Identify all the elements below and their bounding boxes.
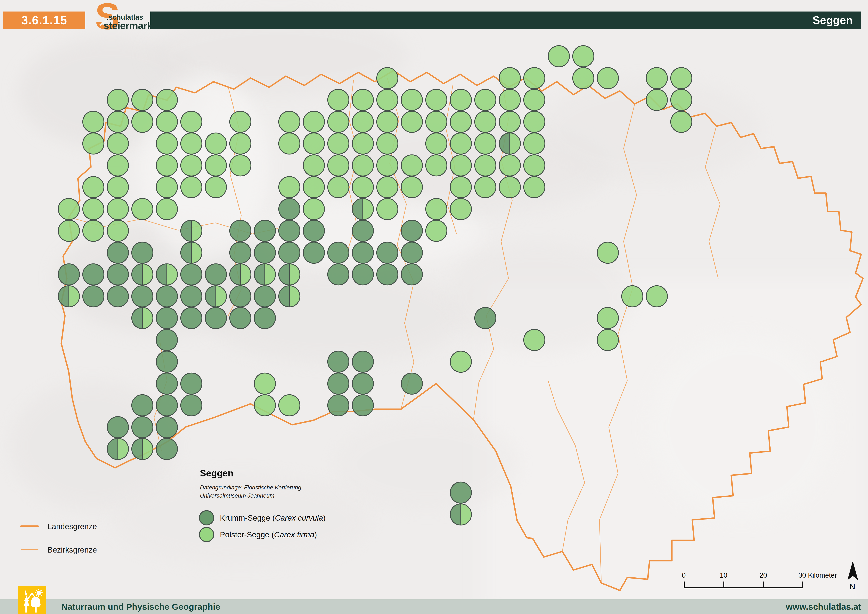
map-circle-polster-segge: [499, 155, 521, 176]
map-circle-polster-segge: [303, 111, 324, 132]
map-circle-polster-segge: [377, 89, 398, 110]
map-circle-krumm-segge: [377, 264, 398, 285]
map-circle-krumm-segge: [156, 395, 177, 416]
map-circle-krumm-segge: [352, 264, 374, 285]
map-circle-krumm-segge: [156, 373, 177, 394]
map-circle-polster-segge: [450, 89, 471, 110]
map-circle-krumm-segge: [352, 373, 374, 394]
map-circle-polster-segge: [132, 89, 153, 110]
map-circle-both-species: [156, 264, 177, 285]
map-circle-polster-segge: [279, 177, 300, 198]
map-circle-polster-segge: [156, 111, 177, 132]
map-circle-polster-segge: [377, 111, 398, 132]
map-circle-krumm-segge: [254, 242, 276, 263]
map-circle-polster-segge: [524, 133, 545, 154]
map-circle-polster-segge: [524, 177, 545, 198]
map-circle-both-species: [181, 242, 202, 263]
krumm-label-post: ): [323, 513, 326, 522]
landesgrenze-legend-line: [20, 525, 39, 527]
sheet-number-badge: 3.6.1.15: [3, 11, 85, 29]
map-circle-polster-segge: [597, 330, 618, 351]
map-circle-polster-segge: [377, 68, 398, 89]
nature-logo-icon: [18, 586, 46, 614]
map-circle-both-species: [181, 220, 202, 241]
map-circle-polster-segge: [450, 199, 471, 220]
map-circle-polster-segge: [181, 133, 202, 154]
map-circle-krumm-segge: [230, 286, 251, 307]
map-circle-polster-segge: [597, 242, 618, 263]
logo-text-steiermark: steiermark: [104, 20, 152, 31]
map-circle-polster-segge: [450, 351, 471, 372]
map-circle-krumm-segge: [132, 286, 153, 307]
map-circle-polster-segge: [279, 111, 300, 132]
map-circle-polster-segge: [230, 133, 251, 154]
map-circle-krumm-segge: [401, 373, 422, 394]
footer-section-title: Naturraum und Physische Geographie: [61, 602, 220, 612]
map-circle-polster-segge: [279, 133, 300, 154]
map-circle-polster-segge: [450, 177, 471, 198]
map-circle-both-species: [132, 438, 153, 460]
map-circle-krumm-segge: [132, 242, 153, 263]
map-circle-krumm-segge: [254, 308, 276, 329]
map-circle-polster-segge: [352, 133, 374, 154]
header-bar: [150, 11, 861, 29]
polster-segge-legend-label: Polster-Segge (Carex firma): [220, 530, 317, 539]
map-circle-krumm-segge: [328, 373, 349, 394]
map-circle-krumm-segge: [352, 242, 374, 263]
north-arrow-label: N: [849, 582, 855, 591]
map-circle-polster-segge: [83, 133, 104, 154]
map-circle-polster-segge: [524, 330, 545, 351]
map-circle-polster-segge: [377, 133, 398, 154]
map-circle-krumm-segge: [401, 242, 422, 263]
map-circle-polster-segge: [646, 68, 667, 89]
map-circle-krumm-segge: [107, 417, 129, 438]
map-circle-krumm-segge: [156, 308, 177, 329]
map-circle-polster-segge: [107, 111, 129, 132]
map-legend-source-line1: Datengrundlage: Floristische Kartierung,: [200, 484, 303, 491]
map-circle-polster-segge: [107, 199, 129, 220]
map-circle-polster-segge: [352, 155, 374, 176]
map-circle-polster-segge: [499, 111, 521, 132]
map-circle-polster-segge: [671, 68, 692, 89]
map-circle-both-species: [254, 264, 276, 285]
map-circle-both-species: [132, 264, 153, 285]
map-circle-polster-segge: [303, 133, 324, 154]
map-circle-polster-segge: [107, 89, 129, 110]
map-circle-krumm-segge: [181, 308, 202, 329]
map-circle-krumm-segge: [352, 220, 374, 241]
map-circle-krumm-segge: [205, 308, 226, 329]
map-circle-krumm-segge: [450, 482, 471, 503]
map-circle-krumm-segge: [230, 220, 251, 241]
map-circle-krumm-segge: [328, 242, 349, 263]
map-circle-polster-segge: [205, 177, 226, 198]
map-circle-polster-segge: [254, 395, 276, 416]
scalebar-label-10: 10: [720, 572, 727, 579]
map-circle-krumm-segge: [328, 264, 349, 285]
map-circle-polster-segge: [156, 89, 177, 110]
scalebar-tick-0: [684, 581, 685, 588]
scalebar-line: [684, 587, 803, 588]
map-circle-polster-segge: [426, 133, 447, 154]
map-legend-source-line2: Universalmuseum Joanneum: [200, 493, 274, 499]
page-title: Seggen: [812, 14, 853, 26]
map-circle-krumm-segge: [181, 286, 202, 307]
map-circle-polster-segge: [426, 199, 447, 220]
map-circle-polster-segge: [352, 177, 374, 198]
map-circle-polster-segge: [205, 133, 226, 154]
map-circle-polster-segge: [58, 199, 79, 220]
polster-label-post: ): [315, 530, 317, 539]
map-circle-krumm-segge: [352, 395, 374, 416]
map-circle-polster-segge: [230, 111, 251, 132]
map-circle-krumm-segge: [156, 438, 177, 460]
map-circle-polster-segge: [573, 68, 594, 89]
map-circle-polster-segge: [107, 177, 129, 198]
map-circle-krumm-segge: [181, 373, 202, 394]
map-circle-polster-segge: [377, 155, 398, 176]
map-circle-polster-segge: [156, 177, 177, 198]
scalebar-label-20: 20: [760, 572, 767, 579]
map-circle-both-species: [279, 264, 300, 285]
map-circle-polster-segge: [328, 155, 349, 176]
map-circle-krumm-segge: [254, 286, 276, 307]
map-circle-polster-segge: [58, 220, 79, 241]
map-circle-polster-segge: [450, 111, 471, 132]
